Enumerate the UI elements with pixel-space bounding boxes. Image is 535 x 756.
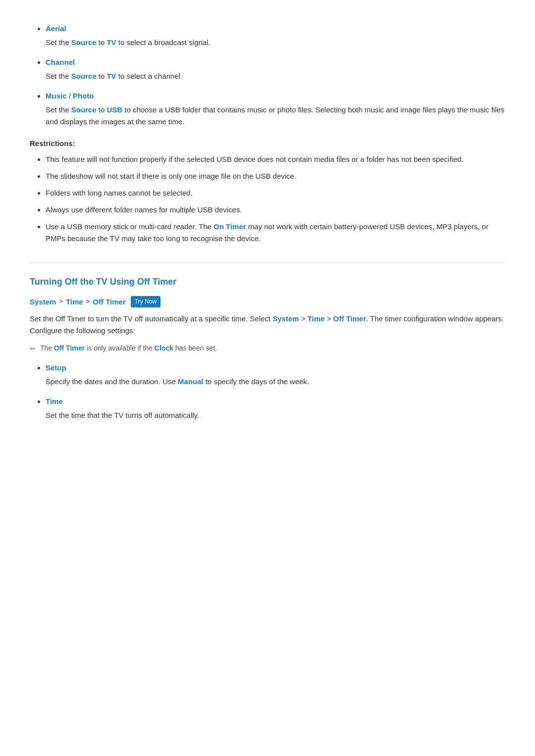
music-photo-usb-link: USB [107, 105, 122, 114]
restriction-item-1: This feature will not function properly … [46, 153, 505, 165]
list-item-music-photo: Music / Photo Set the Source to USB to c… [46, 90, 505, 128]
time-desc: Set the time that the TV turns off autom… [46, 409, 505, 421]
aerial-desc: Set the Source to TV to select a broadca… [46, 37, 505, 49]
list-item-setup: Setup Specify the dates and the duration… [46, 362, 505, 388]
music-term: Music [46, 92, 67, 100]
channel-desc-prefix: Set the [46, 72, 71, 80]
breadcrumb-sep1: > [59, 297, 63, 307]
note-off-timer-link: Off Timer [54, 344, 85, 352]
intro-system-link: System [272, 314, 299, 323]
channel-tv-link: TV [107, 72, 116, 80]
breadcrumb-sep2: > [86, 297, 90, 307]
music-photo-source-link: Source [71, 105, 97, 114]
aerial-suffix: to select a broadcast signal. [116, 38, 211, 47]
intro-off-timer-link: Off Timer [333, 314, 366, 323]
breadcrumb-system: System [30, 296, 56, 308]
note-clock-link: Clock [155, 344, 173, 352]
off-timer-note: ✏ The Off Timer is only available if the… [30, 343, 505, 355]
restriction-5-prefix: Use a USB memory stick or multi-card rea… [46, 222, 214, 231]
intro-sep2: > [324, 314, 333, 323]
note-prefix: The [40, 344, 54, 352]
on-timer-link: On Timer [214, 222, 246, 231]
channel-source-link: Source [71, 72, 97, 80]
aerial-tv-link: TV [107, 38, 116, 47]
restrictions-label: Restrictions: [30, 138, 505, 150]
breadcrumb-off-timer: Off Timer [93, 296, 125, 308]
list-item-time: Time Set the time that the TV turns off … [46, 396, 505, 421]
list-item-channel: Channel Set the Source to TV to select a… [46, 56, 505, 82]
restriction-item-2: The slideshow will not start if there is… [46, 170, 505, 182]
try-now-badge[interactable]: Try Now [131, 296, 160, 307]
restriction-item-4: Always use different folder names for mu… [46, 204, 505, 216]
setup-manual-link: Manual [178, 377, 204, 386]
list-item-aerial: Aerial Set the Source to TV to select a … [46, 23, 505, 49]
restriction-2-text: The slideshow will not start if there is… [46, 172, 296, 180]
note-mid: is only available if the [85, 344, 155, 352]
channel-term: Channel [46, 58, 75, 66]
setup-desc-suffix: to specify the days of the week. [204, 377, 309, 386]
breadcrumb-time: Time [66, 296, 83, 308]
time-term: Time [46, 397, 63, 405]
off-timer-title: Turning Off the TV Using Off Timer [30, 275, 505, 289]
music-photo-mid1: to [97, 105, 107, 114]
restriction-item-5: Use a USB memory stick or multi-card rea… [46, 221, 505, 245]
pencil-icon: ✏ [30, 343, 36, 355]
off-timer-section: Turning Off the TV Using Off Timer Syste… [30, 275, 505, 421]
aerial-term: Aerial [46, 24, 66, 33]
section-divider [30, 262, 505, 263]
music-photo-prefix: Set the [46, 105, 71, 114]
note-text: The Off Timer is only available if the C… [40, 343, 217, 353]
restriction-3-text: Folders with long names cannot be select… [46, 189, 193, 197]
restriction-item-3: Folders with long names cannot be select… [46, 187, 505, 199]
photo-term: Photo [73, 92, 94, 100]
intro-prefix: Set the Off Timer to turn the TV off aut… [30, 314, 272, 323]
aerial-source-link: Source [71, 38, 97, 47]
channel-desc: Set the Source to TV to select a channel… [46, 70, 505, 82]
aerial-desc-prefix: Set the [46, 38, 71, 47]
breadcrumb: System > Time > Off Timer Try Now [30, 296, 505, 308]
time-desc-text: Set the time that the TV turns off autom… [46, 411, 199, 419]
restriction-4-text: Always use different folder names for mu… [46, 205, 242, 214]
intro-sep1: > [299, 314, 308, 323]
off-timer-intro: Set the Off Timer to turn the TV off aut… [30, 313, 505, 337]
channel-suffix: to select a channel. [116, 72, 182, 80]
restriction-1-text: This feature will not function properly … [46, 155, 464, 163]
note-suffix: has been set. [173, 344, 217, 352]
slash: / [67, 92, 73, 100]
aerial-mid1: to [97, 38, 107, 47]
setup-desc-prefix: Specify the dates and the duration. Use [46, 377, 178, 386]
setup-term: Setup [46, 363, 66, 372]
music-photo-desc: Set the Source to USB to choose a USB fo… [46, 104, 505, 128]
intro-time-link: Time [308, 314, 325, 323]
channel-mid1: to [97, 72, 107, 80]
setup-desc: Specify the dates and the duration. Use … [46, 376, 505, 388]
